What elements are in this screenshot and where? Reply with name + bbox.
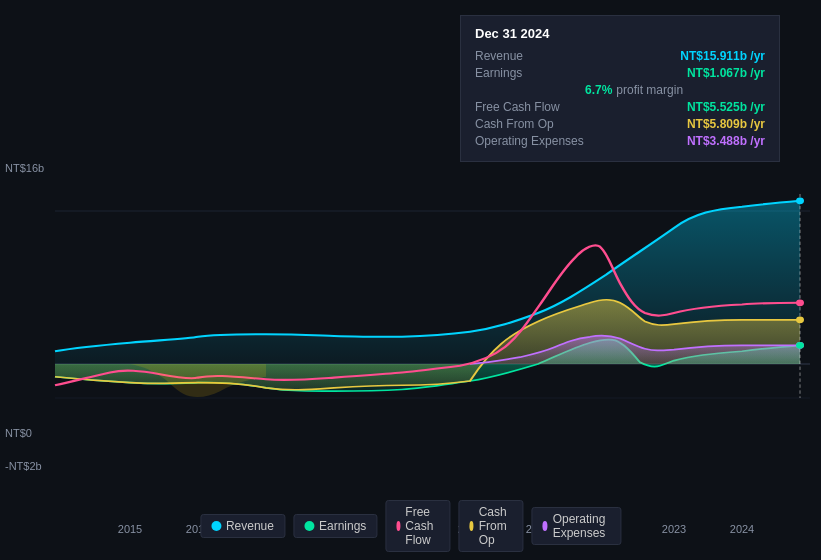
legend-dot-cashfromop — [469, 521, 473, 531]
tooltip-label-opex: Operating Expenses — [475, 134, 585, 148]
tooltip-label-fcf: Free Cash Flow — [475, 100, 585, 114]
legend-item-revenue[interactable]: Revenue — [200, 514, 285, 538]
x-label-2024: 2024 — [730, 523, 754, 535]
tooltip-label-earnings: Earnings — [475, 66, 585, 80]
legend-label-fcf: Free Cash Flow — [405, 505, 439, 547]
revenue-dot — [796, 197, 804, 204]
tooltip: Dec 31 2024 Revenue NT$15.911b /yr Earni… — [460, 15, 780, 162]
x-label-2015: 2015 — [118, 523, 142, 535]
legend-dot-opex — [542, 521, 547, 531]
x-label-2023: 2023 — [662, 523, 686, 535]
cashfromop-dot — [796, 316, 804, 323]
tooltip-row-revenue: Revenue NT$15.911b /yr — [475, 49, 765, 63]
tooltip-value-fcf: NT$5.525b /yr — [687, 100, 765, 114]
profit-margin-row: 6.7% profit margin — [475, 83, 765, 97]
legend-item-earnings[interactable]: Earnings — [293, 514, 377, 538]
tooltip-row-earnings: Earnings NT$1.067b /yr — [475, 66, 765, 80]
tooltip-date: Dec 31 2024 — [475, 26, 765, 41]
tooltip-row-cashfromop: Cash From Op NT$5.809b /yr — [475, 117, 765, 131]
legend-label-opex: Operating Expenses — [553, 512, 610, 540]
tooltip-row-opex: Operating Expenses NT$3.488b /yr — [475, 134, 765, 148]
tooltip-row-fcf: Free Cash Flow NT$5.525b /yr — [475, 100, 765, 114]
legend-label-earnings: Earnings — [319, 519, 366, 533]
tooltip-value-cashfromop: NT$5.809b /yr — [687, 117, 765, 131]
legend-label-cashfromop: Cash From Op — [479, 505, 513, 547]
legend-label-revenue: Revenue — [226, 519, 274, 533]
legend-item-cashfromop[interactable]: Cash From Op — [458, 500, 523, 552]
tooltip-label-revenue: Revenue — [475, 49, 585, 63]
profit-margin-label: profit margin — [616, 83, 683, 97]
legend-dot-revenue — [211, 521, 221, 531]
tooltip-value-opex: NT$3.488b /yr — [687, 134, 765, 148]
earnings-dot — [796, 342, 804, 349]
tooltip-value-revenue: NT$15.911b /yr — [680, 49, 765, 63]
tooltip-value-earnings: NT$1.067b /yr — [687, 66, 765, 80]
chart-svg — [0, 160, 821, 500]
legend-dot-earnings — [304, 521, 314, 531]
profit-margin-value: 6.7% — [585, 83, 612, 97]
chart-container: Dec 31 2024 Revenue NT$15.911b /yr Earni… — [0, 0, 821, 560]
legend-dot-fcf — [396, 521, 400, 531]
legend-item-fcf[interactable]: Free Cash Flow — [385, 500, 450, 552]
legend-item-opex[interactable]: Operating Expenses — [531, 507, 621, 545]
legend: Revenue Earnings Free Cash Flow Cash Fro… — [200, 500, 621, 552]
fcf-dot — [796, 299, 804, 306]
tooltip-label-cashfromop: Cash From Op — [475, 117, 585, 131]
